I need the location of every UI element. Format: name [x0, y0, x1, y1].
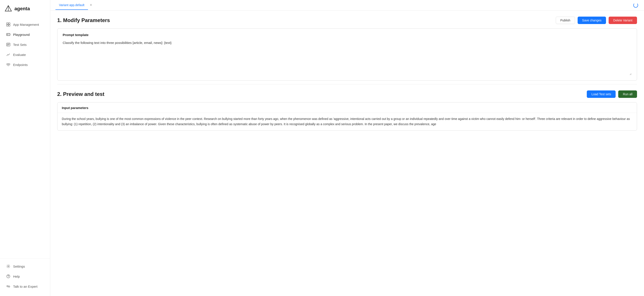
svg-point-17 [8, 266, 9, 267]
run-all-button[interactable]: Run all [618, 90, 637, 98]
svg-rect-4 [8, 23, 10, 24]
section2-title: 2. Preview and test [57, 91, 104, 97]
settings-icon [6, 264, 10, 268]
load-test-sets-button[interactable]: Load Test sets [587, 90, 616, 98]
gamepad-icon [6, 32, 10, 37]
main-content: Variant app.default + 1. Modify Paramete… [50, 0, 644, 296]
svg-point-16 [8, 66, 8, 66]
svg-point-19 [8, 277, 8, 278]
delete-variant-button[interactable]: Delete Variant [608, 16, 637, 24]
sidebar-item-test-sets[interactable]: Test Sets [2, 40, 48, 49]
prompt-template-title: Prompt template [63, 33, 632, 37]
content-area: 1. Modify Parameters Publish Save change… [50, 10, 644, 296]
sidebar-item-help[interactable]: Help [2, 272, 48, 281]
section1-actions: Publish Save changes Delete Variant [556, 16, 637, 24]
list-icon [6, 42, 10, 47]
logo-text: agenta [14, 6, 30, 12]
plus-icon: + [90, 3, 92, 8]
sidebar-item-app-management-label: App Management [13, 23, 39, 26]
svg-rect-6 [8, 25, 10, 26]
section2-header: 2. Preview and test Load Test sets Run a… [57, 84, 637, 102]
section1-title: 1. Modify Parameters [57, 17, 110, 23]
sidebar-item-endpoints-label: Endpoints [13, 63, 28, 67]
input-params-body: During the school years, bullying is one… [58, 113, 637, 130]
sidebar: agenta App Management Playground Test Se… [0, 0, 50, 296]
input-params-text: During the school years, bullying is one… [62, 116, 632, 127]
agenta-logo-icon [4, 5, 12, 13]
svg-point-11 [9, 34, 10, 35]
save-changes-button[interactable]: Save changes [578, 16, 606, 24]
sidebar-item-playground[interactable]: Playground [2, 30, 48, 39]
section1-header: 1. Modify Parameters Publish Save change… [57, 10, 637, 28]
help-icon [6, 274, 10, 278]
tab-add-button[interactable]: + [88, 2, 94, 8]
tab-variant-default[interactable]: Variant app.default [56, 1, 88, 10]
input-params-card: Input parameters During the school years… [57, 102, 637, 131]
sidebar-item-talk-to-expert-label: Talk to an Expert [13, 285, 38, 288]
svg-point-10 [9, 34, 9, 35]
chart-icon [6, 52, 10, 57]
section2-actions: Load Test sets Run all [587, 90, 637, 98]
publish-button[interactable]: Publish [556, 16, 575, 24]
sidebar-item-test-sets-label: Test Sets [13, 43, 27, 46]
tab-variant-label: Variant app.default [59, 3, 84, 7]
logo: agenta [0, 0, 50, 16]
prompt-template-card: Prompt template [57, 28, 637, 80]
sidebar-item-app-management[interactable]: App Management [2, 20, 48, 29]
sidebar-bottom: Settings Help Talk to an Expert [0, 258, 50, 296]
input-params-title: Input parameters [58, 102, 637, 113]
sidebar-item-help-label: Help [13, 274, 20, 278]
sidebar-item-settings[interactable]: Settings [2, 262, 48, 271]
sidebar-item-talk-to-expert[interactable]: Talk to an Expert [2, 282, 48, 291]
tab-bar: Variant app.default + [50, 0, 644, 10]
sidebar-item-playground-label: Playground [13, 33, 30, 36]
spinner-circle [633, 3, 638, 8]
grid-icon [6, 22, 10, 27]
sidebar-item-endpoints[interactable]: Endpoints [2, 60, 48, 70]
sidebar-item-settings-label: Settings [13, 264, 25, 268]
loading-spinner [633, 2, 639, 8]
wifi-icon [6, 62, 10, 67]
svg-rect-3 [6, 23, 8, 24]
prompt-template-textarea[interactable] [63, 40, 632, 75]
sidebar-item-evaluate-label: Evaluate [13, 53, 26, 56]
link-icon [6, 284, 10, 288]
svg-rect-7 [6, 34, 10, 36]
svg-rect-5 [6, 25, 8, 26]
sidebar-nav: App Management Playground Test Sets Eval… [0, 16, 50, 258]
sidebar-item-evaluate[interactable]: Evaluate [2, 50, 48, 60]
